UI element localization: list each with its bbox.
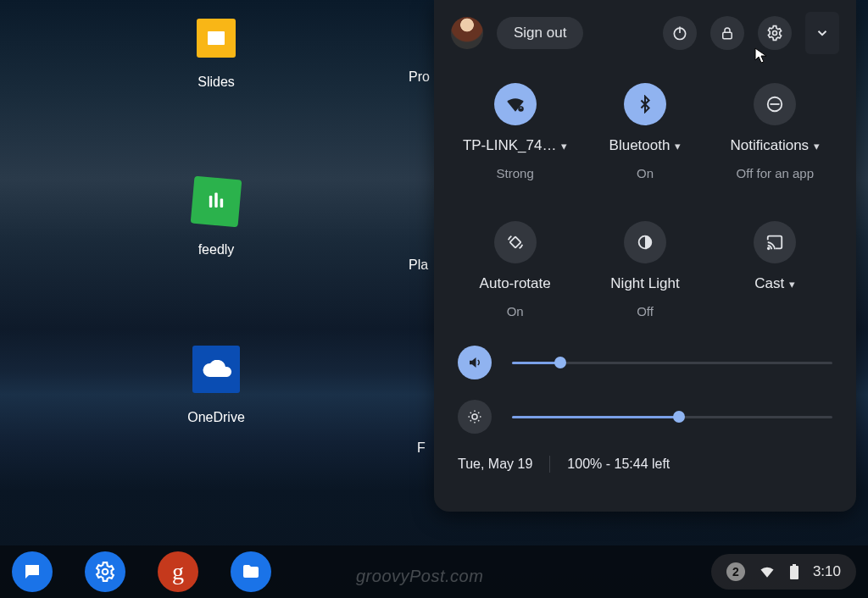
bluetooth-label[interactable]: Bluetooth▾ — [609, 137, 682, 154]
quick-settings-panel: Sign out TP-LINK_74…▾ Strong Bl — [434, 0, 856, 512]
svg-rect-5 — [723, 32, 732, 39]
nightlight-toggle[interactable] — [624, 221, 666, 263]
brightness-slider[interactable] — [512, 416, 832, 418]
desktop-icon-slides[interactable]: Slides — [165, 19, 267, 90]
onedrive-icon — [192, 346, 240, 393]
svg-point-24 — [103, 569, 108, 575]
volume-button[interactable] — [458, 346, 492, 379]
svg-point-7 — [518, 106, 524, 112]
wifi-toggle[interactable] — [494, 83, 537, 125]
desktop-icon-label: OneDrive — [165, 410, 267, 425]
svg-rect-0 — [209, 196, 213, 208]
collapse-button[interactable] — [805, 12, 839, 54]
wifi-icon — [759, 563, 776, 580]
shelf-app-g-button[interactable]: g — [158, 551, 198, 592]
partial-label: Pro — [409, 69, 430, 85]
volume-row — [458, 346, 832, 379]
svg-rect-23 — [28, 571, 34, 573]
desktop-icon-onedrive[interactable]: OneDrive — [165, 346, 267, 425]
caret-icon: ▾ — [675, 140, 681, 152]
svg-rect-11 — [509, 237, 520, 248]
qs-tile-notifications: Notifications▾ Off for an app — [715, 83, 836, 180]
partial-label: F — [417, 440, 426, 456]
svg-line-18 — [470, 413, 471, 413]
svg-rect-1 — [214, 193, 218, 208]
svg-line-21 — [478, 413, 479, 413]
bluetooth-status: On — [637, 166, 654, 180]
shelf-messages-button[interactable] — [12, 551, 53, 592]
shelf-pinned-apps: g — [12, 551, 271, 592]
shelf-files-button[interactable] — [231, 551, 271, 592]
autorotate-status: On — [507, 304, 524, 318]
svg-line-19 — [478, 420, 479, 421]
autorotate-label[interactable]: Auto-rotate — [480, 275, 551, 292]
cast-label[interactable]: Cast▾ — [754, 275, 795, 292]
notification-count-badge: 2 — [726, 562, 745, 581]
autorotate-toggle[interactable] — [494, 221, 537, 263]
brightness-row — [458, 400, 832, 434]
quick-settings-grid: TP-LINK_74…▾ Strong Bluetooth▾ On Notifi… — [434, 63, 856, 327]
clock-text: 3:10 — [813, 563, 841, 580]
desktop-icon-label: feedly — [165, 242, 267, 257]
caret-icon: ▾ — [561, 140, 567, 152]
system-tray[interactable]: 2 3:10 — [711, 554, 856, 590]
slider-thumb[interactable] — [673, 411, 685, 423]
notifications-toggle[interactable] — [754, 83, 796, 125]
sliders-section — [434, 327, 856, 440]
qs-tile-autorotate: Auto-rotate On — [454, 221, 576, 318]
cast-toggle[interactable] — [754, 221, 796, 263]
svg-line-20 — [470, 420, 471, 421]
qs-tile-bluetooth: Bluetooth▾ On — [584, 83, 705, 180]
slider-thumb[interactable] — [554, 357, 566, 368]
settings-button[interactable] — [758, 16, 792, 50]
shelf: g 2 3:10 — [0, 545, 868, 598]
nightlight-status: Off — [637, 304, 654, 318]
qs-tile-wifi: TP-LINK_74…▾ Strong — [454, 83, 576, 180]
wifi-status: Strong — [497, 166, 534, 180]
battery-icon — [789, 563, 799, 580]
power-button[interactable] — [663, 16, 697, 50]
feedly-icon — [191, 176, 242, 228]
shelf-settings-button[interactable] — [85, 551, 125, 592]
desktop-icon-label: Slides — [165, 75, 267, 90]
caret-icon: ▾ — [789, 278, 795, 291]
notifications-label[interactable]: Notifications▾ — [731, 137, 821, 154]
svg-point-6 — [773, 31, 777, 36]
qs-tile-cast: Cast▾ — [715, 221, 836, 318]
lock-button[interactable] — [710, 16, 744, 50]
svg-rect-22 — [28, 568, 36, 570]
svg-rect-2 — [220, 199, 224, 208]
separator — [549, 456, 550, 473]
desktop-icon-feedly[interactable]: feedly — [165, 178, 267, 257]
slides-icon — [197, 19, 236, 58]
brightness-button[interactable] — [458, 400, 492, 434]
battery-text: 100% - 15:44 left — [567, 457, 670, 472]
avatar[interactable] — [451, 17, 483, 49]
svg-rect-8 — [520, 108, 521, 108]
bluetooth-toggle[interactable] — [624, 83, 666, 125]
volume-slider[interactable] — [512, 362, 832, 364]
notifications-status: Off for an app — [737, 166, 814, 180]
date-text: Tue, May 19 — [458, 457, 532, 472]
wifi-label[interactable]: TP-LINK_74…▾ — [463, 137, 568, 154]
svg-point-12 — [768, 247, 770, 249]
caret-icon: ▾ — [814, 140, 820, 152]
quick-settings-header: Sign out — [434, 0, 856, 63]
svg-point-13 — [472, 414, 477, 419]
svg-rect-26 — [793, 564, 796, 566]
nightlight-label[interactable]: Night Light — [610, 275, 679, 292]
svg-rect-25 — [790, 566, 798, 579]
sign-out-button[interactable]: Sign out — [497, 17, 583, 49]
quick-settings-footer: Tue, May 19 100% - 15:44 left — [434, 440, 856, 473]
qs-tile-nightlight: Night Light Off — [584, 221, 705, 318]
partial-label: Pla — [409, 257, 428, 273]
